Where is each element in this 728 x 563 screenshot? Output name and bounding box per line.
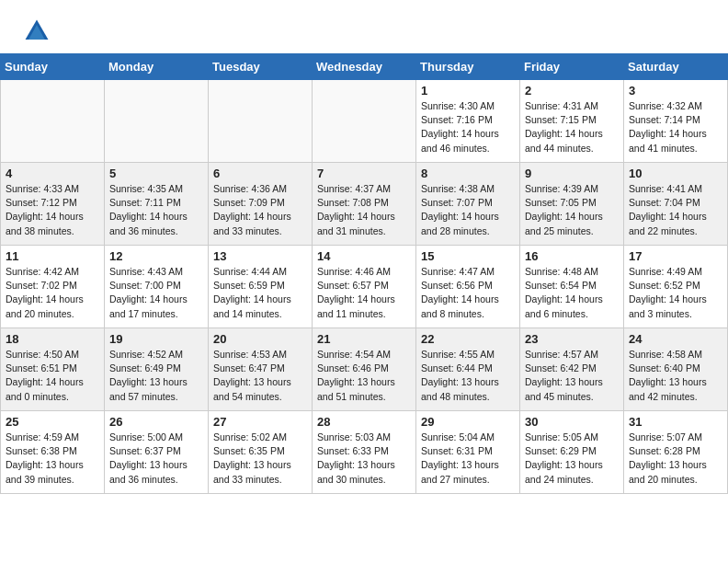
day-number: 8: [421, 167, 515, 180]
day-info: Sunrise: 4:47 AM Sunset: 6:56 PM Dayligh…: [421, 265, 515, 321]
day-info: Sunrise: 5:00 AM Sunset: 6:37 PM Dayligh…: [109, 431, 203, 487]
day-cell: [209, 80, 313, 163]
day-info: Sunrise: 5:04 AM Sunset: 6:31 PM Dayligh…: [421, 431, 515, 487]
day-info: Sunrise: 4:48 AM Sunset: 6:54 PM Dayligh…: [525, 265, 619, 321]
day-cell: 2Sunrise: 4:31 AM Sunset: 7:15 PM Daylig…: [520, 80, 624, 163]
calendar-table: SundayMondayTuesdayWednesdayThursdayFrid…: [0, 53, 728, 494]
week-row-1: 1Sunrise: 4:30 AM Sunset: 7:16 PM Daylig…: [1, 80, 728, 163]
day-number: 15: [421, 249, 515, 263]
day-number: 14: [317, 249, 411, 263]
day-number: 13: [213, 249, 307, 263]
day-cell: [1, 80, 105, 163]
day-cell: 27Sunrise: 5:02 AM Sunset: 6:35 PM Dayli…: [209, 411, 313, 494]
day-cell: 21Sunrise: 4:54 AM Sunset: 6:46 PM Dayli…: [313, 328, 416, 411]
day-info: Sunrise: 5:02 AM Sunset: 6:35 PM Dayligh…: [213, 431, 307, 487]
day-info: Sunrise: 4:50 AM Sunset: 6:51 PM Dayligh…: [6, 348, 99, 404]
day-cell: 24Sunrise: 4:58 AM Sunset: 6:40 PM Dayli…: [624, 328, 728, 411]
day-cell: 8Sunrise: 4:38 AM Sunset: 7:07 PM Daylig…: [416, 163, 520, 246]
day-number: 24: [629, 332, 722, 346]
day-info: Sunrise: 4:55 AM Sunset: 6:44 PM Dayligh…: [421, 348, 515, 404]
day-number: 21: [317, 332, 411, 346]
day-info: Sunrise: 4:54 AM Sunset: 6:46 PM Dayligh…: [317, 348, 411, 404]
day-cell: 23Sunrise: 4:57 AM Sunset: 6:42 PM Dayli…: [520, 328, 624, 411]
day-number: 22: [421, 332, 515, 346]
day-cell: 29Sunrise: 5:04 AM Sunset: 6:31 PM Dayli…: [416, 411, 520, 494]
weekday-header-saturday: Saturday: [624, 54, 728, 80]
day-cell: 19Sunrise: 4:52 AM Sunset: 6:49 PM Dayli…: [105, 328, 209, 411]
day-cell: 14Sunrise: 4:46 AM Sunset: 6:57 PM Dayli…: [313, 246, 416, 328]
day-number: 1: [421, 84, 515, 98]
day-cell: 28Sunrise: 5:03 AM Sunset: 6:33 PM Dayli…: [313, 411, 416, 494]
day-cell: 7Sunrise: 4:37 AM Sunset: 7:08 PM Daylig…: [313, 163, 416, 246]
day-cell: 10Sunrise: 4:41 AM Sunset: 7:04 PM Dayli…: [624, 163, 728, 246]
day-number: 26: [109, 415, 203, 429]
day-number: 20: [213, 332, 307, 346]
day-number: 16: [525, 249, 619, 263]
day-cell: 15Sunrise: 4:47 AM Sunset: 6:56 PM Dayli…: [416, 246, 520, 328]
day-info: Sunrise: 4:49 AM Sunset: 6:52 PM Dayligh…: [629, 265, 722, 321]
day-info: Sunrise: 4:43 AM Sunset: 7:00 PM Dayligh…: [109, 265, 203, 321]
day-info: Sunrise: 4:42 AM Sunset: 7:02 PM Dayligh…: [6, 265, 99, 321]
day-cell: 18Sunrise: 4:50 AM Sunset: 6:51 PM Dayli…: [1, 328, 105, 411]
week-row-2: 4Sunrise: 4:33 AM Sunset: 7:12 PM Daylig…: [1, 163, 728, 246]
day-info: Sunrise: 4:32 AM Sunset: 7:14 PM Dayligh…: [629, 99, 722, 155]
day-info: Sunrise: 4:52 AM Sunset: 6:49 PM Dayligh…: [109, 348, 203, 404]
day-info: Sunrise: 4:58 AM Sunset: 6:40 PM Dayligh…: [629, 348, 722, 404]
page-header: [0, 0, 728, 53]
day-info: Sunrise: 4:53 AM Sunset: 6:47 PM Dayligh…: [213, 348, 307, 404]
day-number: 31: [629, 415, 722, 429]
day-cell: 1Sunrise: 4:30 AM Sunset: 7:16 PM Daylig…: [416, 80, 520, 163]
day-info: Sunrise: 4:41 AM Sunset: 7:04 PM Dayligh…: [629, 182, 722, 238]
day-cell: [313, 80, 416, 163]
day-info: Sunrise: 4:33 AM Sunset: 7:12 PM Dayligh…: [6, 182, 99, 238]
day-info: Sunrise: 4:35 AM Sunset: 7:11 PM Dayligh…: [109, 182, 203, 238]
day-cell: 3Sunrise: 4:32 AM Sunset: 7:14 PM Daylig…: [624, 80, 728, 163]
day-cell: 4Sunrise: 4:33 AM Sunset: 7:12 PM Daylig…: [1, 163, 105, 246]
day-info: Sunrise: 5:05 AM Sunset: 6:29 PM Dayligh…: [525, 431, 619, 487]
day-cell: 26Sunrise: 5:00 AM Sunset: 6:37 PM Dayli…: [105, 411, 209, 494]
day-number: 7: [317, 167, 411, 180]
day-info: Sunrise: 4:57 AM Sunset: 6:42 PM Dayligh…: [525, 348, 619, 404]
day-cell: 17Sunrise: 4:49 AM Sunset: 6:52 PM Dayli…: [624, 246, 728, 328]
logo-icon: [22, 17, 51, 46]
day-cell: 25Sunrise: 4:59 AM Sunset: 6:38 PM Dayli…: [1, 411, 105, 494]
week-row-5: 25Sunrise: 4:59 AM Sunset: 6:38 PM Dayli…: [1, 411, 728, 494]
day-cell: 31Sunrise: 5:07 AM Sunset: 6:28 PM Dayli…: [624, 411, 728, 494]
day-cell: 12Sunrise: 4:43 AM Sunset: 7:00 PM Dayli…: [105, 246, 209, 328]
weekday-header-wednesday: Wednesday: [313, 54, 416, 80]
day-number: 11: [6, 249, 99, 263]
day-number: 5: [109, 167, 203, 180]
day-info: Sunrise: 4:59 AM Sunset: 6:38 PM Dayligh…: [6, 431, 99, 487]
day-number: 19: [109, 332, 203, 346]
day-number: 17: [629, 249, 722, 263]
day-cell: 11Sunrise: 4:42 AM Sunset: 7:02 PM Dayli…: [1, 246, 105, 328]
week-row-3: 11Sunrise: 4:42 AM Sunset: 7:02 PM Dayli…: [1, 246, 728, 328]
day-info: Sunrise: 4:46 AM Sunset: 6:57 PM Dayligh…: [317, 265, 411, 321]
day-number: 27: [213, 415, 307, 429]
day-number: 30: [525, 415, 619, 429]
day-cell: 5Sunrise: 4:35 AM Sunset: 7:11 PM Daylig…: [105, 163, 209, 246]
day-number: 25: [6, 415, 99, 429]
weekday-header-tuesday: Tuesday: [209, 54, 313, 80]
logo: [22, 17, 55, 46]
day-info: Sunrise: 4:36 AM Sunset: 7:09 PM Dayligh…: [213, 182, 307, 238]
day-number: 4: [6, 167, 99, 180]
day-number: 18: [6, 332, 99, 346]
day-number: 28: [317, 415, 411, 429]
day-number: 29: [421, 415, 515, 429]
day-cell: 22Sunrise: 4:55 AM Sunset: 6:44 PM Dayli…: [416, 328, 520, 411]
day-cell: 20Sunrise: 4:53 AM Sunset: 6:47 PM Dayli…: [209, 328, 313, 411]
weekday-header-row: SundayMondayTuesdayWednesdayThursdayFrid…: [1, 54, 728, 80]
day-number: 10: [629, 167, 722, 180]
day-number: 2: [525, 84, 619, 98]
day-number: 23: [525, 332, 619, 346]
weekday-header-monday: Monday: [105, 54, 209, 80]
week-row-4: 18Sunrise: 4:50 AM Sunset: 6:51 PM Dayli…: [1, 328, 728, 411]
day-number: 12: [109, 249, 203, 263]
day-cell: 30Sunrise: 5:05 AM Sunset: 6:29 PM Dayli…: [520, 411, 624, 494]
weekday-header-sunday: Sunday: [1, 54, 105, 80]
day-cell: 16Sunrise: 4:48 AM Sunset: 6:54 PM Dayli…: [520, 246, 624, 328]
day-number: 6: [213, 167, 307, 180]
day-info: Sunrise: 4:37 AM Sunset: 7:08 PM Dayligh…: [317, 182, 411, 238]
day-info: Sunrise: 4:38 AM Sunset: 7:07 PM Dayligh…: [421, 182, 515, 238]
